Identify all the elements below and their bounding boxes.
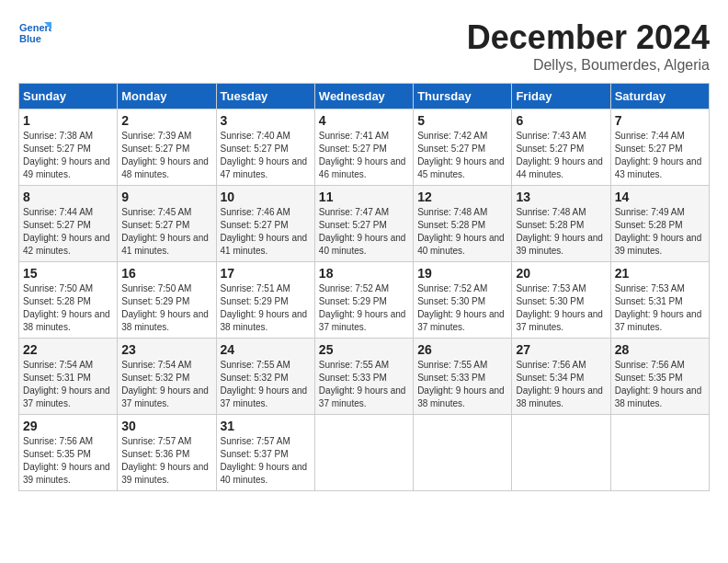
weekday-header-tuesday: Tuesday [216, 84, 314, 109]
calendar-cell: 1 Sunrise: 7:38 AMSunset: 5:27 PMDayligh… [19, 109, 118, 186]
day-number: 18 [319, 266, 409, 281]
day-number: 15 [23, 266, 113, 281]
svg-text:Blue: Blue [19, 33, 41, 44]
day-number: 20 [516, 266, 606, 281]
day-number: 5 [417, 113, 507, 128]
day-number: 29 [23, 419, 113, 433]
weekday-header-monday: Monday [118, 84, 216, 109]
calendar-row-2: 15 Sunrise: 7:50 AMSunset: 5:28 PMDaylig… [19, 262, 710, 339]
day-number: 17 [221, 266, 311, 281]
day-info: Sunrise: 7:56 AMSunset: 5:35 PMDaylight:… [23, 436, 110, 485]
location-title: Dellys, Boumerdes, Algeria [467, 57, 710, 74]
day-info: Sunrise: 7:54 AMSunset: 5:32 PMDaylight:… [121, 360, 209, 408]
day-info: Sunrise: 7:39 AMSunset: 5:27 PMDaylight:… [121, 131, 209, 179]
calendar-cell: 19 Sunrise: 7:52 AMSunset: 5:30 PMDaylig… [414, 262, 512, 339]
day-info: Sunrise: 7:40 AMSunset: 5:27 PMDaylight:… [221, 131, 308, 179]
calendar-row-1: 8 Sunrise: 7:44 AMSunset: 5:27 PMDayligh… [19, 186, 710, 262]
day-number: 14 [615, 190, 705, 204]
calendar-cell: 6 Sunrise: 7:43 AMSunset: 5:27 PMDayligh… [512, 109, 610, 186]
day-info: Sunrise: 7:55 AMSunset: 5:32 PMDaylight:… [221, 360, 308, 408]
day-number: 16 [121, 266, 211, 281]
calendar-cell: 26 Sunrise: 7:55 AMSunset: 5:33 PMDaylig… [414, 339, 512, 415]
day-info: Sunrise: 7:49 AMSunset: 5:28 PMDaylight:… [615, 207, 702, 256]
month-title: December 2024 [467, 18, 710, 57]
day-info: Sunrise: 7:53 AMSunset: 5:30 PMDaylight:… [516, 283, 603, 332]
calendar-cell: 3 Sunrise: 7:40 AMSunset: 5:27 PMDayligh… [216, 109, 314, 186]
day-number: 2 [121, 113, 211, 128]
calendar-cell: 31 Sunrise: 7:57 AMSunset: 5:37 PMDaylig… [216, 415, 314, 491]
day-number: 8 [23, 190, 113, 204]
day-info: Sunrise: 7:50 AMSunset: 5:29 PMDaylight:… [121, 283, 209, 332]
day-number: 13 [516, 190, 606, 204]
calendar-cell: 18 Sunrise: 7:52 AMSunset: 5:29 PMDaylig… [314, 262, 413, 339]
weekday-header-wednesday: Wednesday [314, 84, 413, 109]
day-number: 10 [221, 190, 311, 204]
calendar-cell: 11 Sunrise: 7:47 AMSunset: 5:27 PMDaylig… [314, 186, 413, 262]
day-number: 24 [221, 342, 311, 357]
calendar-cell [314, 415, 413, 491]
day-number: 19 [417, 266, 507, 281]
calendar-cell [512, 415, 610, 491]
day-number: 6 [516, 113, 606, 128]
weekday-header-row: SundayMondayTuesdayWednesdayThursdayFrid… [19, 84, 710, 109]
day-info: Sunrise: 7:52 AMSunset: 5:30 PMDaylight:… [417, 283, 505, 332]
day-info: Sunrise: 7:43 AMSunset: 5:27 PMDaylight:… [516, 131, 603, 179]
calendar-cell: 28 Sunrise: 7:56 AMSunset: 5:35 PMDaylig… [610, 339, 709, 415]
calendar-cell: 24 Sunrise: 7:55 AMSunset: 5:32 PMDaylig… [216, 339, 314, 415]
day-info: Sunrise: 7:57 AMSunset: 5:36 PMDaylight:… [121, 436, 209, 485]
logo: General Blue General Blue [18, 18, 55, 52]
calendar-cell: 17 Sunrise: 7:51 AMSunset: 5:29 PMDaylig… [216, 262, 314, 339]
calendar-row-3: 22 Sunrise: 7:54 AMSunset: 5:31 PMDaylig… [19, 339, 710, 415]
calendar-cell: 27 Sunrise: 7:56 AMSunset: 5:34 PMDaylig… [512, 339, 610, 415]
day-number: 31 [221, 419, 311, 433]
weekday-header-sunday: Sunday [19, 84, 118, 109]
day-number: 30 [121, 419, 211, 433]
calendar-cell: 25 Sunrise: 7:55 AMSunset: 5:33 PMDaylig… [314, 339, 413, 415]
calendar-cell [414, 415, 512, 491]
calendar-cell: 15 Sunrise: 7:50 AMSunset: 5:28 PMDaylig… [19, 262, 118, 339]
calendar-row-0: 1 Sunrise: 7:38 AMSunset: 5:27 PMDayligh… [19, 109, 710, 186]
day-number: 21 [615, 266, 705, 281]
calendar-cell: 21 Sunrise: 7:53 AMSunset: 5:31 PMDaylig… [610, 262, 709, 339]
day-info: Sunrise: 7:48 AMSunset: 5:28 PMDaylight:… [516, 207, 603, 256]
calendar-cell: 30 Sunrise: 7:57 AMSunset: 5:36 PMDaylig… [118, 415, 216, 491]
calendar-cell: 16 Sunrise: 7:50 AMSunset: 5:29 PMDaylig… [118, 262, 216, 339]
day-info: Sunrise: 7:56 AMSunset: 5:35 PMDaylight:… [615, 360, 702, 408]
calendar-cell: 22 Sunrise: 7:54 AMSunset: 5:31 PMDaylig… [19, 339, 118, 415]
calendar-cell: 12 Sunrise: 7:48 AMSunset: 5:28 PMDaylig… [414, 186, 512, 262]
day-info: Sunrise: 7:55 AMSunset: 5:33 PMDaylight:… [417, 360, 505, 408]
calendar-cell: 2 Sunrise: 7:39 AMSunset: 5:27 PMDayligh… [118, 109, 216, 186]
calendar-cell: 7 Sunrise: 7:44 AMSunset: 5:27 PMDayligh… [610, 109, 709, 186]
day-number: 4 [319, 113, 409, 128]
day-info: Sunrise: 7:45 AMSunset: 5:27 PMDaylight:… [121, 207, 209, 256]
calendar-cell: 23 Sunrise: 7:54 AMSunset: 5:32 PMDaylig… [118, 339, 216, 415]
day-number: 27 [516, 342, 606, 357]
calendar-cell: 10 Sunrise: 7:46 AMSunset: 5:27 PMDaylig… [216, 186, 314, 262]
day-number: 12 [417, 190, 507, 204]
day-info: Sunrise: 7:51 AMSunset: 5:29 PMDaylight:… [221, 283, 308, 332]
day-number: 7 [615, 113, 705, 128]
day-info: Sunrise: 7:46 AMSunset: 5:27 PMDaylight:… [221, 207, 308, 256]
calendar-cell: 8 Sunrise: 7:44 AMSunset: 5:27 PMDayligh… [19, 186, 118, 262]
day-number: 1 [23, 113, 113, 128]
day-info: Sunrise: 7:38 AMSunset: 5:27 PMDaylight:… [23, 131, 110, 179]
day-number: 9 [121, 190, 211, 204]
calendar-row-4: 29 Sunrise: 7:56 AMSunset: 5:35 PMDaylig… [19, 415, 710, 491]
day-number: 22 [23, 342, 113, 357]
weekday-header-friday: Friday [512, 84, 610, 109]
day-info: Sunrise: 7:48 AMSunset: 5:28 PMDaylight:… [417, 207, 505, 256]
day-number: 26 [417, 342, 507, 357]
weekday-header-thursday: Thursday [414, 84, 512, 109]
day-info: Sunrise: 7:44 AMSunset: 5:27 PMDaylight:… [23, 207, 110, 256]
calendar-table: SundayMondayTuesdayWednesdayThursdayFrid… [18, 83, 710, 491]
day-info: Sunrise: 7:47 AMSunset: 5:27 PMDaylight:… [319, 207, 406, 256]
calendar-cell: 14 Sunrise: 7:49 AMSunset: 5:28 PMDaylig… [610, 186, 709, 262]
day-info: Sunrise: 7:56 AMSunset: 5:34 PMDaylight:… [516, 360, 603, 408]
calendar-cell [610, 415, 709, 491]
calendar-cell: 20 Sunrise: 7:53 AMSunset: 5:30 PMDaylig… [512, 262, 610, 339]
day-number: 28 [615, 342, 705, 357]
calendar-cell: 29 Sunrise: 7:56 AMSunset: 5:35 PMDaylig… [19, 415, 118, 491]
day-info: Sunrise: 7:44 AMSunset: 5:27 PMDaylight:… [615, 131, 702, 179]
day-number: 23 [121, 342, 211, 357]
calendar-cell: 13 Sunrise: 7:48 AMSunset: 5:28 PMDaylig… [512, 186, 610, 262]
